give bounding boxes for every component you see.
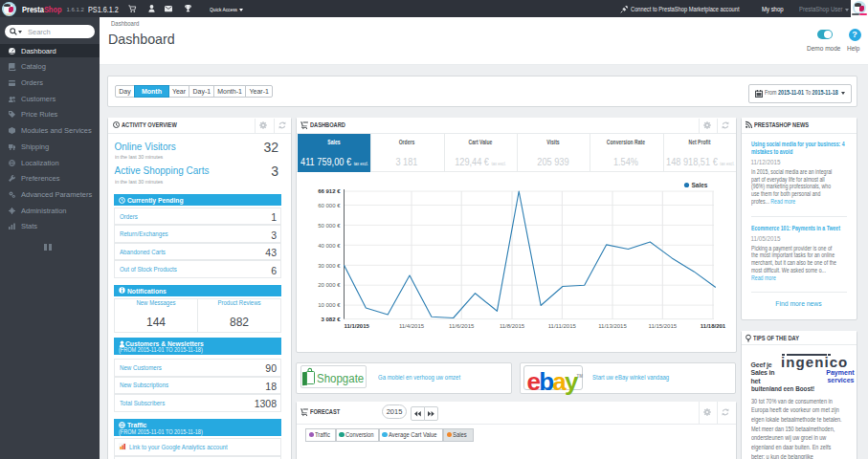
svg-text:Sales: Sales bbox=[691, 182, 707, 188]
svg-text:20 000 €: 20 000 € bbox=[318, 282, 341, 288]
svg-text:11/8/2015: 11/8/2015 bbox=[499, 323, 524, 329]
svg-text:50 000 €: 50 000 € bbox=[318, 223, 341, 229]
svg-text:11/11/2015: 11/11/2015 bbox=[547, 323, 576, 329]
svg-text:11/6/2015: 11/6/2015 bbox=[449, 323, 475, 329]
svg-text:11/4/2015: 11/4/2015 bbox=[398, 323, 424, 329]
svg-text:11/15/2015: 11/15/2015 bbox=[648, 323, 677, 329]
svg-text:11/18/201: 11/18/201 bbox=[700, 323, 725, 329]
svg-text:10 000 €: 10 000 € bbox=[318, 302, 341, 308]
svg-text:30 000 €: 30 000 € bbox=[318, 263, 341, 269]
svg-text:60 000 €: 60 000 € bbox=[318, 203, 341, 208]
svg-text:11/1/2015: 11/1/2015 bbox=[344, 323, 369, 329]
svg-text:3 082 €: 3 082 € bbox=[321, 317, 341, 322]
svg-text:11/13/2015: 11/13/2015 bbox=[598, 323, 627, 329]
svg-text:40 000 €: 40 000 € bbox=[318, 243, 341, 249]
svg-text:66 912 €: 66 912 € bbox=[318, 188, 341, 194]
